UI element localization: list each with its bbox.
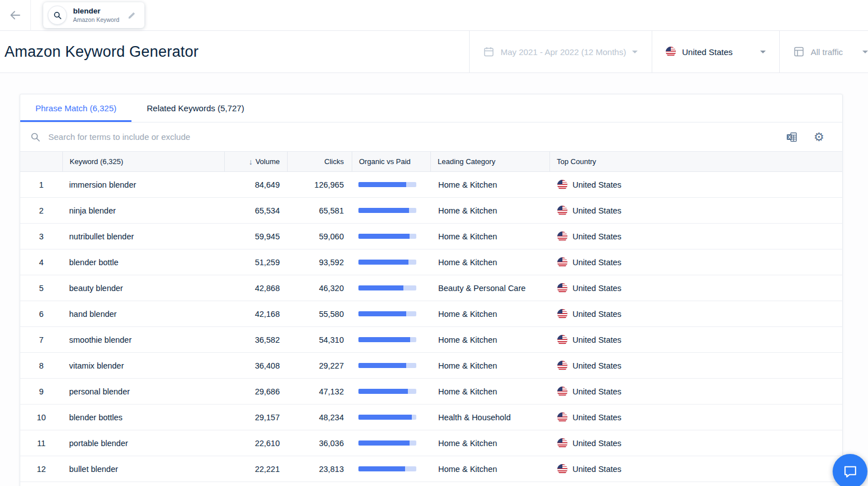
- table-row[interactable]: 12 bullet blender 22,221 23,813 Home & K…: [20, 456, 842, 482]
- bar-organic-fill: [358, 311, 406, 316]
- header-volume[interactable]: ↓ Volume: [224, 152, 287, 171]
- organic-vs-paid-bar: [352, 440, 430, 446]
- category-cell: Home & Kitchen: [430, 465, 549, 474]
- bar-track: [358, 182, 416, 187]
- back-button[interactable]: [0, 0, 31, 31]
- category-cell: Beauty & Personal Care: [430, 284, 549, 293]
- us-flag-icon: [666, 47, 676, 57]
- volume-cell: 42,868: [224, 284, 287, 293]
- table-settings-gear-icon[interactable]: ⚙: [814, 131, 824, 143]
- chevron-down-icon: [760, 51, 766, 53]
- table-row[interactable]: 2 ninja blender 65,534 65,581 Home & Kit…: [20, 198, 842, 224]
- chip-keyword: blender: [73, 7, 119, 16]
- us-flag-icon: [557, 387, 567, 397]
- traffic-filter-value: All traffic: [811, 47, 843, 57]
- category-cell: Health & Household: [430, 413, 549, 422]
- table-row[interactable]: 8 vitamix blender 36,408 29,227 Home & K…: [20, 353, 842, 379]
- table-row[interactable]: 3 nutribullet blender 59,945 59,060 Home…: [20, 224, 842, 249]
- sort-desc-icon: ↓: [249, 157, 253, 166]
- table-row[interactable]: 1 immersion blender 84,649 126,965 Home …: [20, 172, 842, 198]
- category-cell: Home & Kitchen: [430, 310, 549, 319]
- clicks-cell: 65,581: [287, 206, 352, 215]
- organic-vs-paid-bar: [352, 466, 430, 471]
- country-cell: United States: [549, 464, 842, 474]
- country-value: United States: [682, 47, 733, 57]
- bar-organic-fill: [358, 440, 410, 446]
- tab-related-keywords[interactable]: Related Keywords (5,727): [131, 94, 259, 122]
- header-top-country[interactable]: Top Country: [549, 152, 842, 171]
- row-rank: 6: [20, 310, 62, 319]
- us-flag-icon: [557, 231, 567, 242]
- volume-cell: 22,610: [224, 439, 287, 448]
- keyword-chip[interactable]: blender Amazon Keyword: [43, 2, 144, 28]
- clicks-cell: 126,965: [287, 180, 352, 189]
- country-cell: United States: [549, 309, 842, 319]
- table-row[interactable]: 7 smoothie blender 36,582 54,310 Home & …: [20, 327, 842, 353]
- us-flag-icon: [557, 180, 567, 190]
- clicks-cell: 48,234: [287, 413, 352, 422]
- keyword-cell: bullet blender: [62, 465, 224, 474]
- svg-text:X: X: [788, 134, 792, 140]
- volume-cell: 51,259: [224, 258, 287, 267]
- topbar: blender Amazon Keyword: [0, 0, 868, 31]
- bar-track: [358, 285, 416, 290]
- us-flag-icon: [557, 361, 567, 371]
- row-rank: 11: [20, 439, 62, 448]
- calendar-icon: [483, 46, 494, 57]
- excel-export-icon[interactable]: X: [786, 131, 798, 143]
- clicks-cell: 54,310: [287, 335, 352, 344]
- country-cell: United States: [549, 231, 842, 242]
- bar-track: [358, 389, 416, 394]
- row-rank: 10: [20, 413, 62, 422]
- bar-organic-fill: [358, 260, 408, 265]
- us-flag-icon: [557, 464, 567, 474]
- header-leading-category[interactable]: Leading Category: [430, 152, 549, 171]
- header-organic-vs-paid[interactable]: Organic vs Paid: [352, 152, 430, 171]
- category-cell: Home & Kitchen: [430, 361, 549, 370]
- bar-track: [358, 440, 416, 446]
- edit-pencil-icon[interactable]: [128, 11, 137, 20]
- header-clicks[interactable]: Clicks: [287, 152, 352, 171]
- category-cell: Home & Kitchen: [430, 439, 549, 448]
- country-selector[interactable]: United States: [652, 31, 779, 72]
- bar-organic-fill: [358, 363, 406, 368]
- country-label: United States: [572, 335, 621, 344]
- keyword-cell: portable blender: [62, 439, 224, 448]
- country-cell: United States: [549, 412, 842, 423]
- volume-cell: 59,945: [224, 232, 287, 241]
- date-range-picker[interactable]: May 2021 - Apr 2022 (12 Months): [469, 31, 652, 72]
- search-icon: [30, 132, 40, 142]
- search-actions: X ⚙: [786, 131, 824, 143]
- bar-track: [358, 466, 416, 471]
- organic-vs-paid-bar: [352, 337, 430, 342]
- chevron-down-icon: [862, 51, 868, 53]
- tab-phrase-match[interactable]: Phrase Match (6,325): [20, 94, 131, 122]
- arrow-left-icon: [9, 9, 21, 21]
- table-row[interactable]: 5 beauty blender 42,868 46,320 Beauty & …: [20, 275, 842, 301]
- keyword-cell: immersion blender: [62, 180, 224, 189]
- volume-cell: 29,157: [224, 413, 287, 422]
- table-row[interactable]: 6 hand blender 42,168 55,580 Home & Kitc…: [20, 301, 842, 327]
- table-row[interactable]: 11 portable blender 22,610 36,036 Home &…: [20, 430, 842, 456]
- table-row[interactable]: 4 blender bottle 51,259 93,592 Home & Ki…: [20, 249, 842, 275]
- date-range-value: May 2021 - Apr 2022 (12 Months): [501, 47, 626, 57]
- bar-organic-fill: [358, 389, 408, 394]
- table-row[interactable]: 10 blender bottles 29,157 48,234 Health …: [20, 405, 842, 430]
- search-input[interactable]: [48, 132, 778, 142]
- country-cell: United States: [549, 180, 842, 190]
- category-cell: Home & Kitchen: [430, 180, 549, 189]
- bar-organic-fill: [358, 415, 412, 420]
- country-label: United States: [572, 284, 621, 293]
- row-rank: 7: [20, 335, 62, 344]
- chat-button[interactable]: [833, 454, 867, 486]
- table-row[interactable]: 9 personal blender 29,686 47,132 Home & …: [20, 379, 842, 405]
- row-rank: 1: [20, 180, 62, 189]
- traffic-filter[interactable]: All traffic: [779, 31, 868, 72]
- volume-cell: 42,168: [224, 310, 287, 319]
- country-cell: United States: [549, 206, 842, 216]
- us-flag-icon: [557, 412, 567, 423]
- bar-organic-fill: [358, 337, 410, 342]
- table-body: 1 immersion blender 84,649 126,965 Home …: [20, 172, 842, 482]
- header-keyword[interactable]: Keyword (6,325): [62, 152, 224, 171]
- bar-track: [358, 260, 416, 265]
